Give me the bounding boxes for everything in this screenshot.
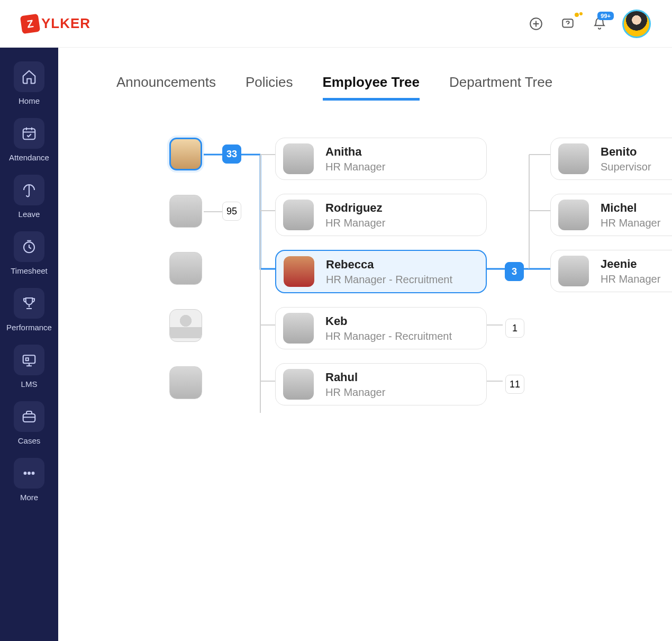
sidebar-item-label: More [20,493,38,502]
root-node[interactable] [169,309,202,342]
tree-right-column: Benito Supervisor Michel HR Manager Jeen… [550,138,672,292]
svg-rect-4 [23,355,35,363]
tab-policies[interactable]: Policies [246,74,293,101]
employee-avatar [169,252,202,285]
employee-title: HR Manager [325,161,385,173]
report-count-badge: 1 [505,319,524,338]
sidebar-item-leave[interactable]: Leave [14,175,44,227]
employee-card[interactable]: Anitha HR Manager [275,138,487,180]
employee-card[interactable]: Michel HR Manager [550,194,672,236]
employee-avatar [283,313,314,344]
tree-mid-column: Anitha HR Manager Rodriguez HR Manager R… [275,138,487,405]
svg-rect-5 [23,414,35,422]
employee-title: Supervisor [601,161,651,173]
report-count-badge: 95 [222,202,241,221]
sidebar-item-attendance[interactable]: Attendance [14,118,44,170]
sidebar-item-timesheet[interactable]: Timesheet [14,231,44,284]
home-icon [14,61,44,92]
sidebar-item-label: Leave [19,210,40,219]
sidebar-item-label: Cases [18,436,41,445]
root-node[interactable] [169,252,202,285]
svg-point-8 [32,472,34,474]
topbar: Z YLKER 99+ [0,0,672,48]
employee-avatar [283,200,314,230]
tab-employee-tree[interactable]: Employee Tree [323,74,420,101]
employee-card[interactable]: Jeenie HR Manager [550,250,672,292]
employee-name: Rodriguez [325,201,385,215]
employee-name: Rahul [325,371,385,384]
topbar-actions: 99+ [527,10,651,38]
sidebar-item-label: Attendance [9,153,49,162]
employee-card[interactable]: Rodriguez HR Manager [275,194,487,236]
employee-tree: 33 95 A [90,138,672,508]
report-count-badge: 33 [222,145,241,164]
sidebar-item-more[interactable]: More [14,458,44,510]
trophy-icon [14,288,44,319]
sidebar: Home Attendance Leave Timesheet Performa… [0,48,58,641]
employee-avatar [283,143,314,174]
logo[interactable]: Z YLKER [21,15,90,33]
report-count-badge: 11 [505,375,524,394]
employee-title: HR Manager [601,273,660,285]
sidebar-item-label: Home [19,96,40,105]
employee-title: HR Manager [325,217,385,229]
employee-avatar [558,143,589,174]
root-node[interactable]: 95 [169,195,202,228]
employee-title: HR Manager [325,386,385,399]
employee-avatar [558,256,589,286]
employee-avatar [169,195,202,228]
report-count-badge: 3 [505,262,524,281]
sidebar-item-home[interactable]: Home [14,61,44,114]
tab-department-tree[interactable]: Department Tree [449,74,552,101]
employee-name: Jeenie [601,257,660,271]
employee-name: Anitha [325,145,385,159]
notification-badge: 99+ [597,12,614,20]
tab-announcements[interactable]: Announcements [116,74,216,101]
sidebar-item-label: Performance [6,323,52,332]
employee-avatar [558,200,589,230]
employee-avatar [169,366,202,399]
user-avatar[interactable] [622,10,651,38]
employee-avatar [284,256,314,287]
sidebar-item-cases[interactable]: Cases [14,401,44,454]
notification-icon[interactable]: 99+ [591,15,609,33]
employee-avatar [283,369,314,400]
employee-title: HR Manager - Recruitment [326,274,452,286]
employee-title: HR Manager [601,217,660,229]
sidebar-item-performance[interactable]: Performance [14,288,44,340]
sidebar-item-label: Timesheet [11,266,47,275]
umbrella-icon [14,175,44,205]
employee-title: HR Manager - Recruitment [325,330,452,342]
employee-avatar [169,138,202,170]
main-content: Announcements Policies Employee Tree Dep… [58,48,672,641]
employee-name: Benito [601,145,651,159]
tabs: Announcements Policies Employee Tree Dep… [58,74,672,101]
employee-card[interactable]: Keb HR Manager - Recruitment 1 [275,307,487,349]
employee-card[interactable]: Rebecca HR Manager - Recruitment 3 [275,250,487,293]
svg-rect-2 [23,129,35,139]
logo-text: YLKER [41,15,90,32]
tree-root-column: 33 95 [169,138,202,399]
root-node[interactable] [169,366,202,399]
employee-card[interactable]: Rahul HR Manager 11 [275,363,487,405]
add-icon[interactable] [527,15,545,33]
employee-name: Keb [325,314,452,328]
sidebar-item-label: LMS [21,380,38,389]
more-icon [14,458,44,489]
employee-card[interactable]: Benito Supervisor [550,138,672,180]
svg-point-6 [24,472,26,474]
timer-icon [14,231,44,262]
employee-avatar [169,309,202,342]
root-node[interactable]: 33 [169,138,202,170]
employee-name: Michel [601,201,660,215]
calendar-icon [14,118,44,149]
sidebar-item-lms[interactable]: LMS [14,345,44,397]
screen-icon [14,345,44,375]
help-icon[interactable] [559,15,577,33]
logo-badge: Z [20,13,40,33]
briefcase-icon [14,401,44,432]
employee-name: Rebecca [326,258,452,272]
svg-point-7 [28,472,30,474]
